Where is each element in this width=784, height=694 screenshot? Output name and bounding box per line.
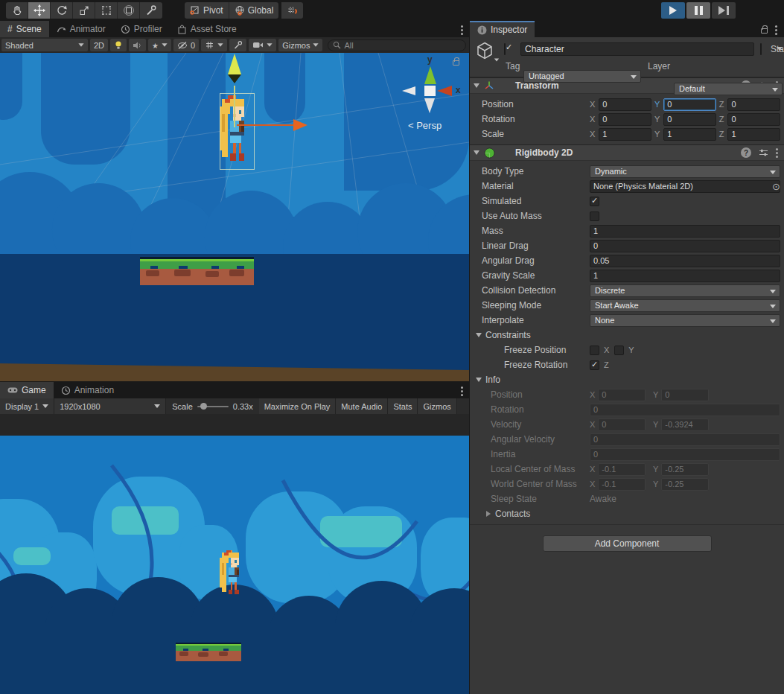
scale-x-field[interactable]: 1 (599, 128, 651, 141)
tab-animation[interactable]: Animation (54, 382, 121, 398)
step-button[interactable] (712, 2, 736, 19)
gameobject-cube-icon[interactable] (476, 42, 494, 60)
scene-visibility-toggle[interactable]: 0 (173, 39, 199, 51)
inspector-lock-icon[interactable] (761, 28, 768, 34)
rotate-tool-button[interactable] (51, 2, 73, 19)
interpolate-dropdown[interactable]: None (590, 314, 780, 327)
gravity-scale-field[interactable]: 1 (590, 270, 780, 282)
object-picker-icon[interactable] (772, 181, 780, 192)
move-tool-button[interactable] (28, 2, 51, 19)
simulated-checkbox[interactable] (590, 197, 599, 206)
game-viewport[interactable] (0, 436, 469, 694)
lock-icon[interactable] (453, 60, 459, 66)
scale-y-field[interactable]: 1 (663, 128, 716, 141)
grid-visibility-dropdown[interactable] (201, 39, 227, 51)
mass-field[interactable]: 1 (590, 225, 780, 238)
game-tab-menu-icon[interactable] (461, 390, 463, 392)
resolution-dropdown[interactable]: 1920x1080 (54, 398, 166, 414)
presets-icon[interactable] (759, 148, 768, 157)
tab-game[interactable]: Game (0, 382, 54, 398)
scale-tool-button[interactable] (73, 2, 95, 19)
orientation-gizmo-y-cone[interactable] (424, 66, 436, 84)
info-world-com-label: World Center of Mass (470, 479, 590, 489)
stats-toggle[interactable]: Stats (388, 398, 418, 414)
active-checkbox[interactable] (504, 43, 506, 55)
rigidbody2d-header[interactable]: Rigidbody 2D (470, 144, 784, 161)
scene-viewport[interactable]: y x < Persp (0, 53, 469, 381)
scene-tools-button[interactable] (229, 39, 246, 51)
move-gizmo-y-axis[interactable] (234, 86, 235, 127)
rotation-z-field[interactable]: 0 (727, 113, 780, 126)
material-field[interactable]: None (Physics Material 2D) (590, 180, 780, 193)
orientation-gizmo-x-cone[interactable] (437, 86, 452, 96)
tab-inspector[interactable]: Inspector (470, 21, 535, 37)
angular-drag-field[interactable]: 0.05 (590, 255, 780, 267)
constraints-foldout[interactable]: Constraints (470, 328, 784, 343)
scale-z-field[interactable]: 1 (727, 128, 780, 141)
position-y-field[interactable]: 0 (663, 98, 716, 111)
play-button[interactable] (661, 2, 685, 19)
maximize-label: Maximize On Play (264, 402, 331, 411)
projection-label[interactable]: < Persp (408, 120, 442, 131)
info-foldout[interactable]: Info (470, 372, 784, 387)
tab-animator[interactable]: Animator (49, 21, 113, 37)
pause-button[interactable] (686, 2, 710, 19)
scene-tab-menu-icon[interactable] (461, 29, 463, 31)
game-gizmos-dropdown[interactable]: Gizmos (418, 398, 456, 414)
inspector-menu-icon[interactable] (775, 29, 777, 31)
mute-audio-toggle[interactable]: Mute Audio (336, 398, 388, 414)
tab-scene[interactable]: Scene (0, 21, 49, 37)
layer-dropdown[interactable]: Default (674, 83, 783, 95)
position-x-field[interactable]: 0 (599, 98, 651, 111)
display-dropdown[interactable]: Display 1 (0, 398, 54, 414)
rotation-x-field[interactable]: 0 (599, 113, 651, 126)
scale-slider-knob[interactable] (200, 403, 207, 410)
component-menu-icon[interactable] (776, 152, 778, 154)
effects-dropdown[interactable] (148, 39, 171, 51)
freeze-rotation-z-checkbox[interactable] (590, 360, 599, 370)
collision-detection-dropdown[interactable]: Discrete (590, 284, 780, 297)
scene-search-input[interactable]: All (328, 39, 466, 51)
scene-gizmos-dropdown[interactable]: Gizmos (278, 39, 322, 51)
contacts-foldout[interactable]: Contacts (470, 509, 530, 519)
global-toggle[interactable]: Global (229, 2, 279, 19)
scale-slider[interactable] (197, 406, 229, 407)
move-gizmo-x-axis[interactable] (237, 124, 295, 126)
pivot-toggle[interactable]: Pivot (185, 2, 229, 19)
position-z-field[interactable]: 0 (727, 98, 780, 111)
custom-tool-button[interactable] (140, 2, 162, 19)
add-component-button[interactable]: Add Component (543, 535, 712, 552)
transform-tool-button[interactable] (118, 2, 140, 19)
freeze-position-y-checkbox[interactable] (614, 346, 624, 355)
move-gizmo-x-arrow[interactable] (293, 119, 307, 131)
gameobject-name-field[interactable]: Character (520, 42, 754, 56)
lighting-toggle[interactable] (110, 39, 127, 51)
grid-snap-button[interactable] (281, 2, 303, 19)
orientation-gizmo-center[interactable] (424, 86, 436, 96)
chevron-down-icon[interactable] (494, 59, 499, 62)
sleeping-mode-dropdown[interactable]: Start Awake (590, 299, 780, 312)
rotation-y-field[interactable]: 0 (663, 113, 716, 126)
orientation-gizmo-down-cone[interactable] (424, 98, 435, 113)
orientation-gizmo-left-cone[interactable] (402, 86, 415, 95)
shading-mode-dropdown[interactable]: Shaded (1, 39, 88, 51)
linear-drag-field[interactable]: 0 (590, 240, 780, 252)
tag-dropdown[interactable]: Untagged (523, 70, 641, 83)
static-dropdown-icon[interactable] (777, 47, 783, 51)
tab-asset-store[interactable]: Asset Store (170, 21, 244, 37)
audio-toggle[interactable] (129, 39, 146, 51)
camera-settings-dropdown[interactable] (249, 39, 276, 51)
help-icon[interactable] (741, 147, 751, 158)
use-auto-mass-checkbox[interactable] (590, 211, 599, 221)
foldout-icon[interactable] (474, 150, 479, 155)
freeze-position-x-checkbox[interactable] (590, 346, 599, 355)
move-gizmo-y-arrow[interactable] (228, 54, 241, 74)
maximize-on-play-toggle[interactable]: Maximize On Play (259, 398, 337, 414)
2d-toggle[interactable]: 2D (90, 39, 108, 51)
hand-tool-button[interactable] (6, 2, 28, 19)
body-type-dropdown[interactable]: Dynamic (590, 165, 780, 178)
tab-profiler[interactable]: Profiler (113, 21, 170, 37)
static-checkbox[interactable] (760, 43, 762, 55)
foldout-icon[interactable] (474, 83, 479, 88)
rect-tool-button[interactable] (95, 2, 118, 19)
